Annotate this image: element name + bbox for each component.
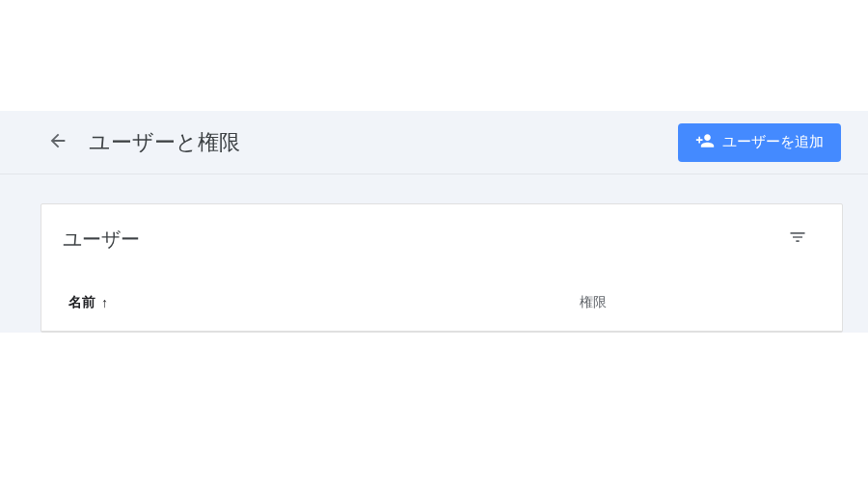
filter-list-icon <box>788 228 807 251</box>
add-user-button-label: ユーザーを追加 <box>722 133 824 151</box>
content-area: ユーザー 名前 ↑ 権限 <box>0 174 868 333</box>
users-card: ユーザー 名前 ↑ 権限 <box>41 203 843 333</box>
top-whitespace <box>0 0 868 111</box>
person-add-icon <box>695 131 715 153</box>
column-name-label: 名前 <box>68 294 95 311</box>
card-title: ユーザー <box>63 227 780 253</box>
column-header-name[interactable]: 名前 ↑ <box>68 294 580 311</box>
filter-button[interactable] <box>780 222 815 256</box>
column-header-permission[interactable]: 権限 <box>580 294 607 311</box>
arrow-left-icon <box>47 130 68 155</box>
table-header-row: 名前 ↑ 権限 <box>41 274 842 332</box>
back-button[interactable] <box>41 125 75 160</box>
page-header: ユーザーと権限 ユーザーを追加 <box>0 111 868 174</box>
sort-ascending-icon: ↑ <box>101 296 108 309</box>
add-user-button[interactable]: ユーザーを追加 <box>678 123 841 162</box>
card-header: ユーザー <box>41 204 842 274</box>
page-title: ユーザーと権限 <box>89 128 678 157</box>
